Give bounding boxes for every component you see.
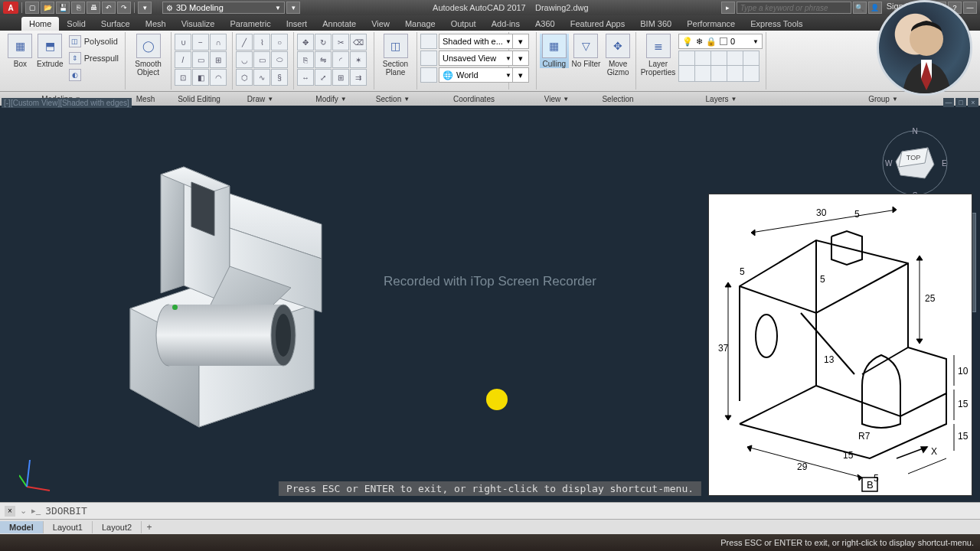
namedview-icon[interactable] bbox=[420, 51, 437, 66]
signin-icon[interactable]: 👤 bbox=[868, 2, 882, 14]
vp-min-icon[interactable]: — bbox=[943, 98, 954, 107]
tab-layout1[interactable]: Layout1 bbox=[44, 521, 93, 533]
workspace-dropdown[interactable]: ⚙ 3D Modeling ▼ bbox=[162, 2, 285, 14]
helix-icon[interactable]: § bbox=[271, 69, 288, 86]
filletedge-icon[interactable]: ◠ bbox=[210, 69, 227, 86]
qat-more-icon[interactable]: ▾ bbox=[138, 2, 152, 14]
keyword-search-input[interactable] bbox=[737, 2, 851, 14]
tab-layout2[interactable]: Layout2 bbox=[93, 521, 142, 533]
view-dd2[interactable]: ▾ bbox=[512, 51, 529, 66]
copy-icon[interactable]: ⎘ bbox=[297, 51, 314, 68]
cmdline-recent-icon[interactable]: ⌄ bbox=[20, 506, 27, 516]
sectionplane-button[interactable]: ◫Section Plane bbox=[377, 34, 413, 77]
extractedges-icon[interactable]: ⊡ bbox=[175, 69, 191, 86]
extrude-button[interactable]: ⬒Extrude bbox=[36, 34, 64, 68]
movegizmo-button[interactable]: ✥Move Gizmo bbox=[603, 34, 632, 77]
app-logo[interactable]: A bbox=[3, 2, 18, 14]
layeron-icon[interactable] bbox=[678, 65, 695, 82]
tab-express[interactable]: Express Tools bbox=[743, 17, 810, 31]
qat-open-icon[interactable]: 📂 bbox=[41, 2, 54, 14]
tab-home[interactable]: Home bbox=[21, 17, 59, 31]
tab-view[interactable]: View bbox=[364, 17, 397, 31]
rotate-icon[interactable]: ↻ bbox=[315, 34, 332, 51]
panel-selection[interactable]: Selection bbox=[580, 95, 656, 103]
qat-save-icon[interactable]: 💾 bbox=[56, 2, 70, 14]
visualstyle-dropdown[interactable]: Shaded with e...▼ bbox=[439, 34, 515, 49]
tab-a360[interactable]: A360 bbox=[528, 17, 563, 31]
tab-bim360[interactable]: BIM 360 bbox=[632, 17, 679, 31]
qat-dropdown-icon[interactable]: ▾ bbox=[286, 2, 300, 14]
presspull-button[interactable]: ⇕Presspull bbox=[66, 51, 122, 66]
scale-icon[interactable]: ⤢ bbox=[315, 69, 332, 86]
layercur-icon[interactable] bbox=[743, 65, 760, 82]
tab-featured[interactable]: Featured Apps bbox=[563, 17, 633, 31]
tab-mesh[interactable]: Mesh bbox=[138, 17, 174, 31]
array-icon[interactable]: ⊞ bbox=[332, 69, 349, 86]
imprint-icon[interactable]: ⊞ bbox=[210, 51, 227, 68]
command-input[interactable] bbox=[45, 505, 581, 517]
panel-solidedit[interactable]: Solid Editing bbox=[168, 95, 230, 103]
ellipse-icon[interactable]: ⬭ bbox=[271, 51, 288, 68]
qat-redo-icon[interactable]: ↷ bbox=[117, 2, 131, 14]
intersect-icon[interactable]: ∩ bbox=[210, 34, 227, 51]
thicken-icon[interactable]: ▭ bbox=[192, 51, 209, 68]
tab-surface[interactable]: Surface bbox=[93, 17, 138, 31]
revolve-dropdown[interactable]: ◐ bbox=[66, 67, 122, 83]
circle-icon[interactable]: ○ bbox=[271, 34, 288, 51]
layer-dropdown[interactable]: 💡❄🔒0▼ bbox=[678, 34, 763, 49]
explode-icon[interactable]: ✶ bbox=[350, 51, 367, 68]
tab-model[interactable]: Model bbox=[0, 521, 44, 533]
savedview-dropdown[interactable]: Unsaved View▼ bbox=[439, 51, 515, 66]
erase-icon[interactable]: ⌫ bbox=[350, 34, 367, 51]
mirror-icon[interactable]: ⇋ bbox=[315, 51, 332, 68]
layerprops-button[interactable]: ≣Layer Properties bbox=[639, 34, 677, 77]
polygon-icon[interactable]: ⬡ bbox=[236, 69, 253, 86]
panel-coords[interactable]: Coordinates bbox=[414, 95, 534, 103]
view-dd3[interactable]: ▾ bbox=[512, 67, 529, 83]
box-button[interactable]: ▦Box bbox=[6, 34, 34, 68]
panel-section[interactable]: Section▼ bbox=[371, 95, 414, 103]
line-icon[interactable]: ╱ bbox=[236, 34, 253, 51]
qat-saveas-icon[interactable]: ⎘ bbox=[71, 2, 85, 14]
panel-draw[interactable]: Draw▼ bbox=[230, 95, 291, 103]
trim-icon[interactable]: ✂ bbox=[332, 34, 349, 51]
infocenter-icon[interactable]: 🔍 bbox=[853, 2, 867, 14]
tab-solid[interactable]: Solid bbox=[59, 17, 93, 31]
offsetedge-icon[interactable]: ◧ bbox=[192, 69, 209, 86]
culling-button[interactable]: ▦Culling bbox=[540, 34, 569, 68]
view-dd1[interactable]: ▾ bbox=[512, 34, 529, 49]
tab-visualize[interactable]: Visualize bbox=[174, 17, 223, 31]
move-icon[interactable]: ✥ bbox=[297, 34, 314, 51]
layerunlk-icon[interactable] bbox=[727, 65, 743, 82]
cmdline-close-icon[interactable]: × bbox=[5, 506, 15, 517]
viewcube[interactable]: N S W E TOP bbox=[880, 125, 949, 201]
title-nav-icon[interactable]: ▸ bbox=[721, 2, 735, 14]
tab-performance[interactable]: Performance bbox=[679, 17, 743, 31]
tab-output[interactable]: Output bbox=[443, 17, 484, 31]
tab-insert[interactable]: Insert bbox=[279, 17, 315, 31]
layerun-icon[interactable] bbox=[694, 65, 711, 82]
pline-icon[interactable]: ⌇ bbox=[253, 34, 270, 51]
panel-view[interactable]: View▼ bbox=[534, 95, 580, 103]
offset-icon[interactable]: ⇉ bbox=[350, 69, 367, 86]
world-icon[interactable] bbox=[420, 67, 437, 83]
vp-close-icon[interactable]: × bbox=[968, 98, 978, 107]
tab-addins[interactable]: Add-ins bbox=[484, 17, 528, 31]
slice-icon[interactable]: / bbox=[175, 51, 191, 68]
union-icon[interactable]: ∪ bbox=[175, 34, 191, 51]
tab-parametric[interactable]: Parametric bbox=[222, 17, 278, 31]
command-line[interactable]: × ⌄ ▸_ bbox=[0, 502, 980, 519]
viewport-label[interactable]: [-][Custom View][Shaded with edges] bbox=[2, 98, 132, 108]
panel-modify[interactable]: Modify▼ bbox=[291, 95, 371, 103]
drawing-area[interactable]: [-][Custom View][Shaded with edges] — □ … bbox=[0, 106, 980, 502]
qat-plot-icon[interactable]: 🖶 bbox=[87, 2, 100, 14]
coordsys-dropdown[interactable]: 🌐World▼ bbox=[439, 67, 515, 83]
qat-new-icon[interactable]: ▢ bbox=[25, 2, 39, 14]
nofilter-button[interactable]: ▽No Filter bbox=[570, 34, 603, 68]
subtract-icon[interactable]: − bbox=[192, 34, 209, 51]
fillet-icon[interactable]: ◜ bbox=[332, 51, 349, 68]
layerthw-icon[interactable] bbox=[710, 65, 727, 82]
rect-icon[interactable]: ▭ bbox=[253, 51, 270, 68]
add-layout-button[interactable]: + bbox=[142, 522, 157, 533]
polysolid-button[interactable]: ◫Polysolid bbox=[66, 34, 122, 49]
